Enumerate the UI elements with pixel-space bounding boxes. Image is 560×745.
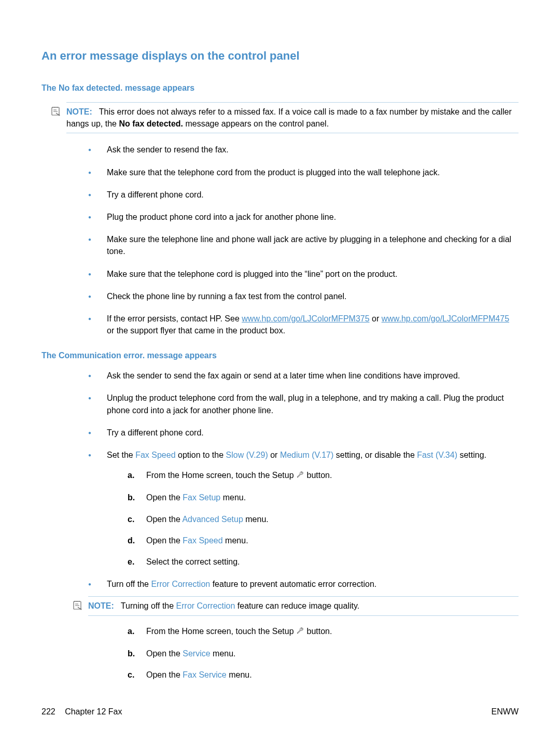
term-fax-setup: Fax Setup [183,493,220,502]
note-bold-term: No fax detected. [119,119,183,128]
list-text: or [370,314,382,323]
step-text: menu. [227,670,252,679]
note-label: NOTE: [66,107,92,116]
step-item: c.Open the Advanced Setup menu. [128,513,513,525]
section-title-no-fax-detected: The No fax detected. message appears [41,83,519,93]
footer-left: 222 Chapter 12 Fax [41,707,129,716]
list-text: setting. [457,451,486,459]
list-item: Ask the sender to resend the fax. [88,144,513,156]
step-text: button. [304,627,332,636]
list-item: Try a different phone cord. [88,427,513,439]
step-text: From the Home screen, touch the Setup [146,471,296,480]
link-m375[interactable]: www.hp.com/go/LJColorMFPM375 [242,314,369,323]
list-text: or the support flyer that came in the pr… [107,326,285,335]
step-letter: c. [128,513,134,525]
chapter-label: Chapter 12 Fax [65,707,122,716]
step-text: menu. [220,493,246,502]
bullet-list-1: Ask the sender to resend the fax. Make s… [88,144,513,336]
term-service: Service [183,649,210,658]
term-fax-speed: Fax Speed [183,536,222,545]
term-fax-service: Fax Service [183,670,226,679]
step-text: menu. [243,515,269,524]
step-letter: b. [128,491,135,503]
step-letter: c. [128,669,134,681]
list-item: Turn off the Error Correction feature to… [88,578,513,590]
term-error-correction: Error Correction [151,580,210,588]
step-letter: b. [128,648,135,659]
note-label: NOTE: [88,601,114,610]
note-icon [51,106,61,118]
step-text: button. [304,471,332,480]
list-item: Ask the sender to send the fax again or … [88,370,513,382]
step-letter: d. [128,535,135,546]
step-item: d.Open the Fax Speed menu. [128,535,513,546]
step-text: Open the [146,493,183,502]
step-item: c.Open the Fax Service menu. [128,669,519,681]
steps-list-2: a.From the Home screen, touch the Setup … [128,625,519,681]
term-error-correction: Error Correction [176,601,235,610]
link-m475-part2[interactable]: LJColorMFPM475 [442,314,509,323]
step-text: From the Home screen, touch the Setup [146,627,296,636]
list-item: If the error persists, contact HP. See w… [88,313,513,336]
list-item: Make sure that the telephone cord is plu… [88,268,513,280]
page-heading: An error message displays on the control… [41,49,519,63]
step-letter: a. [128,469,134,481]
footer-right: ENWW [492,707,519,716]
step-item: b.Open the Service menu. [128,648,519,659]
bullet-list-2: Ask the sender to send the fax again or … [88,370,513,590]
step-item: a.From the Home screen, touch the Setup … [128,469,513,482]
term-slow-v29: Slow (V.29) [226,451,268,459]
list-text: setting, or disable the [333,451,417,459]
list-text: or [268,451,280,459]
step-text: Open the [146,515,182,524]
note-box-2: NOTE: Turning off the Error Correction f… [88,596,519,615]
step-text: Select the correct setting. [146,557,240,566]
page-number: 222 [41,707,55,716]
step-item: b.Open the Fax Setup menu. [128,491,513,503]
page-footer: 222 Chapter 12 Fax ENWW [41,707,519,716]
list-item: Make sure that the telephone cord from t… [88,166,513,178]
note-text-post: message appears on the control panel. [183,119,329,128]
term-fax-speed: Fax Speed [135,451,175,459]
step-item: a.From the Home screen, touch the Setup … [128,625,519,638]
list-item: Plug the product phone cord into a jack … [88,211,513,223]
list-text: feature to prevent automatic error corre… [210,580,376,588]
steps-list-1: a.From the Home screen, touch the Setup … [128,469,513,568]
term-fast-v34: Fast (V.34) [417,451,457,459]
term-medium-v17: Medium (V.17) [280,451,333,459]
step-item: e.Select the correct setting. [128,556,513,568]
note-box-1: NOTE: This error does not always refer t… [66,102,519,133]
setup-wrench-icon [296,626,304,638]
list-text: option to the [176,451,226,459]
step-letter: a. [128,625,134,637]
step-text: Open the [146,670,183,679]
setup-wrench-icon [296,470,304,482]
note-text-pre: Turning off the [121,601,176,610]
link-m475-part1[interactable]: www.hp.com/go/ [382,314,442,323]
note-icon [73,600,83,612]
list-text: If the error persists, contact HP. See [107,314,242,323]
list-item: Unplug the product telephone cord from t… [88,392,513,416]
list-item: Make sure the telephone line and phone w… [88,233,513,257]
note-text-1: NOTE: This error does not always refer t… [66,106,519,130]
note-text-post: feature can reduce image quality. [235,601,359,610]
list-item: Check the phone line by running a fax te… [88,290,513,302]
term-advanced-setup: Advanced Setup [182,515,243,524]
list-item: Try a different phone cord. [88,189,513,201]
list-item: Set the Fax Speed option to the Slow (V.… [88,449,513,568]
list-text: Turn off the [107,580,151,588]
step-text: Open the [146,649,183,658]
step-text: menu. [223,536,248,545]
step-text: menu. [211,649,236,658]
list-text: Set the [107,451,135,459]
section-title-communication-error: The Communication error. message appears [41,351,519,360]
note-text-2: NOTE: Turning off the Error Correction f… [88,600,519,612]
step-letter: e. [128,556,134,568]
step-text: Open the [146,536,183,545]
